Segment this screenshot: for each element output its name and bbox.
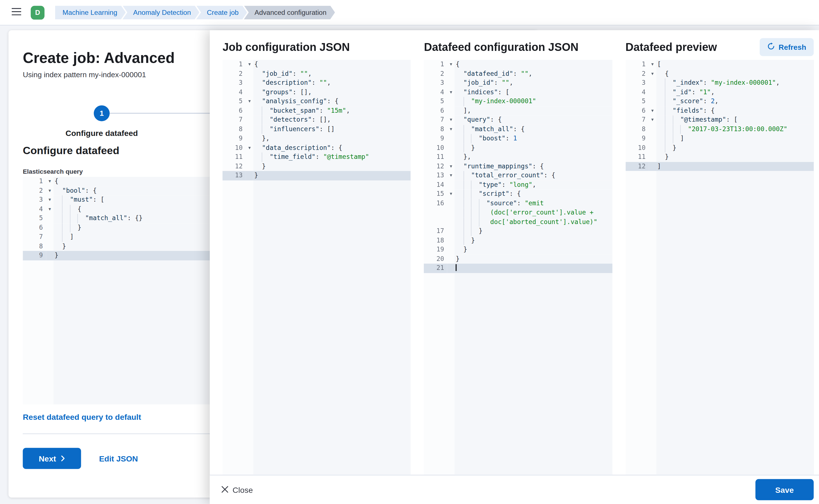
code-line: 6 "bucket_span": "15m", [223, 106, 411, 115]
code-line: 12▾ "runtime_mappings": { [424, 162, 612, 171]
code-line: 21 [424, 264, 612, 273]
code-line: 11 "time_field": "@timestamp" [223, 152, 411, 162]
code-line: 2 "job_id": "", [223, 69, 411, 78]
code-line: 4▾ "indices": [ [424, 88, 612, 97]
editor-empty-area [223, 180, 411, 475]
code-line: 12 } [223, 162, 411, 171]
code-line: 17 } [424, 227, 612, 236]
close-flyout-button[interactable]: Close [222, 485, 253, 494]
code-line: 18 } [424, 236, 612, 245]
code-line: 11 } [626, 152, 814, 162]
code-line: 20} [424, 254, 612, 263]
job-config-column: Job configuration JSON 1▾{2 "job_id": ""… [223, 40, 411, 475]
code-line: 9 "boost": 1 [424, 134, 612, 143]
breadcrumb-item[interactable]: Machine Learning [55, 6, 126, 19]
datafeed-preview-column: Datafeed preview Refresh 1▾[2▾ {3 "_inde… [626, 40, 814, 475]
editor-empty-area [626, 171, 814, 475]
code-line: 19 } [424, 245, 612, 254]
code-line: 3 "_index": "my-index-000001", [626, 78, 814, 88]
code-line: 10 } [626, 143, 814, 152]
code-line: 7▾ "@timestamp": [ [626, 116, 814, 125]
code-line: 8 "influencers": [] [223, 125, 411, 134]
datafeed-json-title: Datafeed configuration JSON [424, 40, 612, 55]
code-line: 15▾ "script": { [424, 190, 612, 199]
kibana-app: D Machine LearningAnomaly DetectionCreat… [0, 0, 819, 504]
code-line: 9 ] [626, 134, 814, 143]
code-line: 7 "detectors": [], [223, 116, 411, 125]
code-line: 3 "job_id": "", [424, 78, 612, 88]
code-line: 14 "type": "long", [424, 180, 612, 189]
json-columns: Job configuration JSON 1▾{2 "job_id": ""… [210, 30, 819, 475]
code-line: 2▾ { [626, 69, 814, 78]
refresh-button-label: Refresh [779, 43, 806, 51]
code-line: 3 "description": "", [223, 78, 411, 88]
code-line: 5▾ "analysis_config": { [223, 97, 411, 106]
code-line: 4 "_id": "1", [626, 88, 814, 97]
code-line: 13} [223, 171, 411, 180]
editor-empty-area [424, 273, 612, 475]
main-content: Create job: Advanced Using index pattern… [0, 25, 819, 504]
code-line: 8▾ "match_all": { [424, 125, 612, 134]
code-line: 5 "_score": 2, [626, 97, 814, 106]
breadcrumb-item[interactable]: Create job [196, 6, 247, 19]
job-config-json-editor[interactable]: 1▾{2 "job_id": "",3 "description": "",4 … [223, 60, 411, 475]
code-line: 16 "source": "emit [424, 199, 612, 208]
save-button[interactable]: Save [756, 479, 814, 500]
code-line: 7▾ "query": { [424, 116, 612, 125]
code-line: 1▾[ [626, 60, 814, 69]
code-line: doc['aborted_count'].value)" [424, 217, 612, 227]
step-1-label: Configure datafeed [57, 129, 147, 138]
code-line: 12] [626, 162, 814, 171]
breadcrumb-item[interactable]: Anomaly Detection [122, 6, 199, 19]
step-1-indicator[interactable]: 1 [94, 105, 110, 121]
advanced-json-flyout: Job configuration JSON 1▾{2 "job_id": ""… [210, 30, 819, 504]
code-line: 6▾ "fields": { [626, 106, 814, 115]
job-json-title: Job configuration JSON [223, 40, 411, 55]
code-line: 8 "2017-03-23T13:00:00.000Z" [626, 125, 814, 134]
datafeed-config-column: Datafeed configuration JSON 1▾{2 "datafe… [424, 40, 612, 475]
code-line: 6 ], [424, 106, 612, 115]
edit-json-link[interactable]: Edit JSON [99, 454, 138, 463]
code-line: 1▾{ [223, 60, 411, 69]
refresh-button[interactable]: Refresh [760, 38, 814, 56]
datafeed-preview-editor[interactable]: 1▾[2▾ {3 "_index": "my-index-000001",4 "… [626, 60, 814, 475]
next-button-label: Next [39, 454, 56, 463]
next-button[interactable]: Next [23, 448, 81, 469]
refresh-icon [767, 42, 775, 52]
code-line: 2 "datafeed_id": "", [424, 69, 612, 78]
close-icon [222, 485, 229, 494]
breadcrumb-item: Advanced configuration [244, 6, 335, 19]
text-cursor [456, 264, 456, 271]
datafeed-config-json-editor[interactable]: 1▾{2 "datafeed_id": "",3 "job_id": "",4▾… [424, 60, 612, 475]
code-line: 10▾ "data_description": { [223, 143, 411, 152]
code-line: 4 "groups": [], [223, 88, 411, 97]
close-button-label: Close [233, 485, 253, 494]
code-line: 11 }, [424, 152, 612, 162]
code-line: 5 "my-index-000001" [424, 97, 612, 106]
breadcrumb: Machine LearningAnomaly DetectionCreate … [55, 6, 335, 19]
reset-query-link[interactable]: Reset datafeed query to default [23, 412, 141, 421]
menu-toggle-button[interactable] [6, 4, 27, 21]
code-line: 13▾ "total_error_count": { [424, 171, 612, 180]
flyout-footer: Close Save [210, 475, 819, 504]
top-navigation-bar: D Machine LearningAnomaly DetectionCreat… [0, 0, 819, 25]
code-line: 9 }, [223, 134, 411, 143]
chevron-right-icon [61, 454, 65, 463]
code-line: (doc['error_count'].value + [424, 208, 612, 217]
code-line: 10 } [424, 143, 612, 152]
menu-icon [12, 8, 21, 17]
space-avatar[interactable]: D [31, 6, 44, 19]
code-line: 1▾{ [424, 60, 612, 69]
datafeed-preview-title: Datafeed preview [626, 40, 717, 55]
